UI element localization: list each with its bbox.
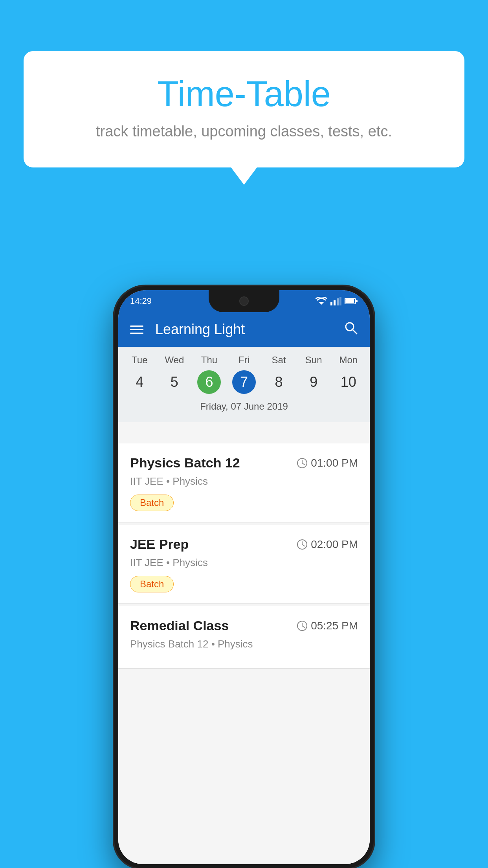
day-col-9[interactable]: Sun9 [296, 355, 331, 394]
schedule-item[interactable]: Physics Batch 12 01:00 PMIIT JEE • Physi… [118, 443, 370, 522]
phone-outer: 14:29 [114, 286, 374, 868]
schedule-time: 05:25 PM [297, 620, 358, 632]
phone-screen: 14:29 [118, 290, 370, 864]
day-number[interactable]: 7 [232, 370, 256, 394]
schedule-name: JEE Prep [130, 537, 189, 552]
schedule-header: JEE Prep 02:00 PM [130, 537, 358, 552]
day-number[interactable]: 8 [267, 370, 291, 394]
day-number[interactable]: 10 [337, 370, 360, 394]
svg-line-15 [302, 544, 305, 546]
bubble-subtitle: track timetable, upcoming classes, tests… [55, 123, 433, 140]
app-bar: Learning Light [118, 312, 370, 347]
svg-rect-7 [356, 300, 358, 302]
batch-badge: Batch [130, 576, 174, 592]
schedule-time: 02:00 PM [297, 538, 358, 551]
day-number[interactable]: 4 [128, 370, 151, 394]
schedule-header: Remedial Class 05:25 PM [130, 618, 358, 633]
day-number[interactable]: 5 [163, 370, 186, 394]
svg-line-18 [302, 626, 305, 627]
day-label: Sat [272, 355, 286, 366]
day-label: Thu [201, 355, 217, 366]
phone-container: 14:29 [114, 286, 374, 868]
selected-date-label: Friday, 07 June 2019 [118, 398, 370, 418]
schedule-meta: Physics Batch 12 • Physics [130, 638, 358, 650]
schedule-name: Physics Batch 12 [130, 455, 240, 471]
svg-line-12 [302, 463, 305, 465]
speech-bubble-section: Time-Table track timetable, upcoming cla… [24, 51, 464, 167]
app-title: Learning Light [155, 321, 344, 338]
day-label: Tue [132, 355, 147, 366]
search-button[interactable] [344, 321, 358, 338]
day-col-7[interactable]: Fri7 [227, 355, 262, 394]
svg-rect-6 [345, 299, 354, 303]
day-number[interactable]: 9 [302, 370, 325, 394]
svg-marker-0 [319, 302, 324, 305]
schedule-meta: IIT JEE • Physics [130, 557, 358, 569]
schedule-time-text: 05:25 PM [311, 620, 358, 632]
batch-badge: Batch [130, 495, 174, 511]
schedule-time-text: 01:00 PM [311, 457, 358, 469]
schedule-meta: IIT JEE • Physics [130, 475, 358, 487]
svg-line-9 [353, 330, 357, 334]
status-time: 14:29 [130, 296, 152, 306]
schedule-time-text: 02:00 PM [311, 538, 358, 551]
schedule-list[interactable]: Physics Batch 12 01:00 PMIIT JEE • Physi… [118, 443, 370, 864]
schedule-item[interactable]: JEE Prep 02:00 PMIIT JEE • PhysicsBatch [118, 525, 370, 604]
day-col-10[interactable]: Mon10 [331, 355, 366, 394]
day-col-6[interactable]: Thu6 [192, 355, 227, 394]
bubble-title: Time-Table [55, 75, 433, 114]
status-icons [316, 297, 358, 305]
camera [239, 296, 249, 306]
day-number[interactable]: 6 [197, 370, 221, 394]
hamburger-menu[interactable] [130, 326, 143, 334]
day-col-4[interactable]: Tue4 [122, 355, 157, 394]
day-label: Fri [238, 355, 250, 366]
days-row: Tue4Wed5Thu6Fri7Sat8Sun9Mon10 [118, 347, 370, 398]
phone-notch [209, 290, 279, 312]
calendar-section: Tue4Wed5Thu6Fri7Sat8Sun9Mon10 Friday, 07… [118, 347, 370, 422]
signal-icon [330, 297, 341, 305]
day-label: Sun [305, 355, 322, 366]
svg-rect-3 [337, 298, 339, 305]
day-col-8[interactable]: Sat8 [261, 355, 296, 394]
svg-rect-4 [339, 297, 341, 305]
wifi-icon [316, 297, 327, 305]
clock-icon [297, 620, 308, 631]
schedule-item[interactable]: Remedial Class 05:25 PMPhysics Batch 12 … [118, 606, 370, 669]
schedule-time: 01:00 PM [297, 457, 358, 469]
day-col-5[interactable]: Wed5 [157, 355, 192, 394]
schedule-header: Physics Batch 12 01:00 PM [130, 455, 358, 471]
schedule-name: Remedial Class [130, 618, 229, 633]
day-label: Wed [165, 355, 184, 366]
clock-icon [297, 458, 308, 469]
clock-icon [297, 539, 308, 550]
svg-rect-2 [334, 300, 336, 305]
svg-rect-1 [330, 302, 332, 305]
speech-bubble: Time-Table track timetable, upcoming cla… [24, 51, 464, 167]
day-label: Mon [339, 355, 358, 366]
battery-icon [345, 298, 358, 305]
